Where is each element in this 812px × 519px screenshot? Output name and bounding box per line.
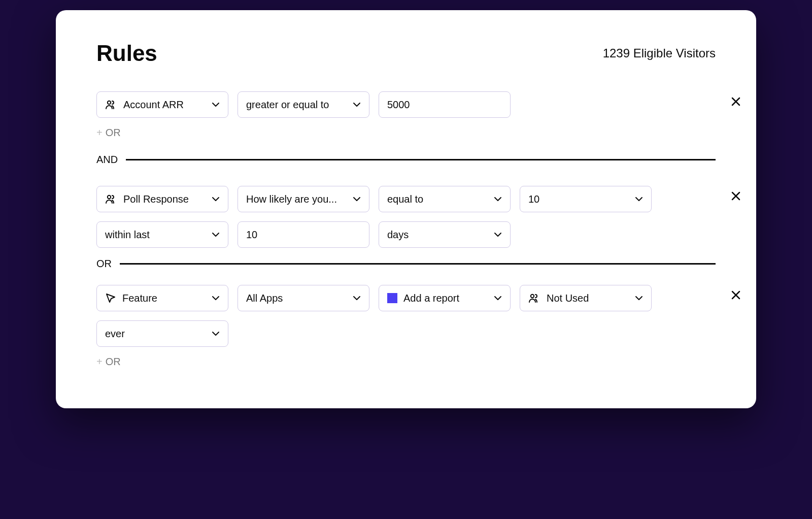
people-icon <box>105 99 117 110</box>
timeframe-value-label: 10 <box>246 229 257 241</box>
chevron-down-icon <box>353 296 361 301</box>
timeframe-op-select[interactable]: within last <box>96 221 228 248</box>
timeframe-unit-select[interactable]: days <box>379 221 511 248</box>
field-select[interactable]: Poll Response <box>96 186 228 212</box>
value-label: 10 <box>528 193 539 205</box>
add-or-button[interactable]: + OR <box>96 356 716 368</box>
remove-rule-button[interactable] <box>731 289 741 302</box>
question-select[interactable]: How likely are you... <box>238 186 369 212</box>
field-select[interactable]: Account ARR <box>96 91 228 118</box>
remove-rule-button[interactable] <box>731 190 741 203</box>
chevron-down-icon <box>635 197 643 202</box>
chevron-down-icon <box>353 102 361 107</box>
svg-point-0 <box>108 101 111 104</box>
divider-label: OR <box>96 258 112 270</box>
page-title: Rules <box>96 41 157 66</box>
app-label: All Apps <box>246 293 283 304</box>
chevron-down-icon <box>494 296 502 301</box>
value-input[interactable]: 5000 <box>379 91 511 118</box>
rule-row: Account ARR greater or equal to 5000 <box>96 91 716 118</box>
rule-group-2: Poll Response How likely are you... equa… <box>96 186 716 248</box>
timeframe-select[interactable]: ever <box>96 320 228 347</box>
svg-point-2 <box>531 295 534 298</box>
field-label: Feature <box>122 293 157 304</box>
add-or-label: OR <box>106 127 121 139</box>
feature-select[interactable]: Add a report <box>379 285 511 311</box>
rule-row: Poll Response How likely are you... equa… <box>96 186 716 212</box>
timeframe-label: ever <box>105 328 125 340</box>
rule-row: Feature All Apps Add a report <box>96 285 716 311</box>
field-label: Account ARR <box>123 99 184 111</box>
app-select[interactable]: All Apps <box>238 285 369 311</box>
rule-group-3: Feature All Apps Add a report <box>96 285 716 368</box>
chevron-down-icon <box>212 331 220 336</box>
field-select[interactable]: Feature <box>96 285 228 311</box>
people-icon <box>105 193 117 205</box>
feature-label: Add a report <box>403 293 459 304</box>
remove-rule-button[interactable] <box>731 95 741 109</box>
or-divider: OR <box>96 258 716 270</box>
rules-card: Rules 1239 Eligible Visitors Account ARR <box>56 10 756 408</box>
rule-row: ever <box>96 320 716 347</box>
operator-select[interactable]: greater or equal to <box>238 91 369 118</box>
operator-select[interactable]: equal to <box>379 186 511 212</box>
eligible-count: 1239 Eligible Visitors <box>603 46 716 60</box>
chevron-down-icon <box>494 197 502 202</box>
operator-label: greater or equal to <box>246 99 329 111</box>
timeframe-op-label: within last <box>105 229 150 241</box>
rule-row: within last 10 days <box>96 221 716 248</box>
chevron-down-icon <box>494 232 502 237</box>
chevron-down-icon <box>212 232 220 237</box>
value-label: 5000 <box>387 99 410 111</box>
people-icon <box>528 293 540 304</box>
header: Rules 1239 Eligible Visitors <box>96 41 716 66</box>
rule-group-1: Account ARR greater or equal to 5000 <box>96 91 716 139</box>
question-label: How likely are you... <box>246 193 337 205</box>
divider-line <box>120 263 716 265</box>
chevron-down-icon <box>212 102 220 107</box>
timeframe-value-input[interactable]: 10 <box>238 221 369 248</box>
divider-line <box>126 159 716 160</box>
plus-icon: + <box>96 127 103 139</box>
usage-select[interactable]: Not Used <box>520 285 652 311</box>
feature-color-swatch <box>387 293 397 303</box>
and-divider: AND <box>96 154 716 166</box>
add-or-button[interactable]: + OR <box>96 127 716 139</box>
add-or-label: OR <box>106 356 121 368</box>
chevron-down-icon <box>635 296 643 301</box>
chevron-down-icon <box>212 296 220 301</box>
usage-label: Not Used <box>547 293 589 304</box>
field-label: Poll Response <box>123 193 189 205</box>
plus-icon: + <box>96 356 103 368</box>
cursor-icon <box>105 293 116 304</box>
timeframe-unit-label: days <box>387 229 409 241</box>
svg-point-1 <box>108 196 111 199</box>
chevron-down-icon <box>212 197 220 202</box>
operator-label: equal to <box>387 193 423 205</box>
divider-label: AND <box>96 154 118 166</box>
chevron-down-icon <box>353 197 361 202</box>
value-select[interactable]: 10 <box>520 186 652 212</box>
